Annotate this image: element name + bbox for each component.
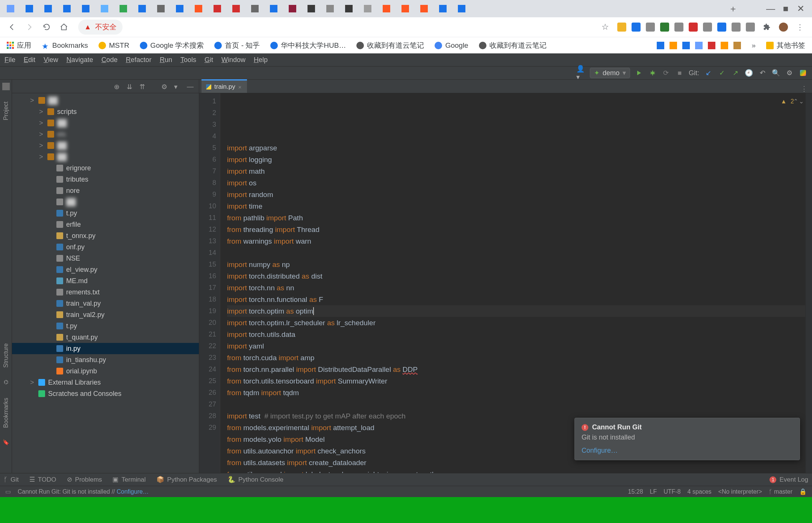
tree-node[interactable]: >External Libraries — [12, 377, 199, 388]
extension-icon[interactable] — [674, 23, 683, 32]
status-icon[interactable]: ▭ — [5, 488, 11, 495]
panel-hide-icon[interactable]: — — [187, 83, 194, 90]
bookmark-icon[interactable] — [695, 42, 703, 49]
star-icon[interactable]: ☆ — [600, 22, 611, 32]
bookmark-icon[interactable] — [682, 42, 690, 49]
tree-node[interactable]: NSE — [12, 253, 199, 264]
tree-node[interactable]: >██ — [12, 95, 199, 106]
tree-node[interactable]: Scratches and Consoles — [12, 388, 199, 399]
bookmark-item[interactable]: ★Bookmarks — [42, 41, 88, 50]
forward-button[interactable] — [24, 22, 35, 32]
line-gutter[interactable]: 1234567891011121314151617181920212223242… — [199, 93, 220, 473]
browser-tab[interactable] — [138, 5, 146, 12]
tree-node[interactable]: erfile — [12, 219, 199, 230]
home-button[interactable] — [59, 22, 69, 32]
extension-icon[interactable] — [617, 23, 626, 32]
ide-plugins-button[interactable] — [798, 68, 807, 77]
menu-edit[interactable]: Edit — [24, 56, 35, 64]
structure-tool-button[interactable]: Structure — [3, 343, 9, 368]
browser-tab[interactable] — [195, 5, 202, 12]
notification-configure-link[interactable]: Configure… — [582, 447, 793, 455]
browser-tab[interactable] — [157, 5, 165, 12]
browser-tab[interactable] — [7, 5, 14, 12]
bookmark-item[interactable]: Google 学术搜索 — [140, 41, 204, 50]
inspection-nav[interactable]: ⌃⌄ — [793, 96, 804, 107]
browser-tab[interactable] — [289, 5, 296, 12]
expand-all-icon[interactable]: ⇊ — [127, 83, 134, 90]
bookmark-icon[interactable] — [708, 42, 715, 49]
bookmark-item[interactable]: 收藏到有道云笔记 — [479, 41, 547, 50]
menu-navigate[interactable]: Navigate — [67, 56, 93, 64]
tool-tab-python-console[interactable]: 🐍Python Console — [227, 476, 283, 484]
tree-node[interactable]: rements.txt — [12, 287, 199, 298]
close-window-button[interactable]: ✕ — [793, 1, 808, 16]
browser-tab[interactable] — [63, 5, 71, 12]
git-pull-button[interactable]: ↙ — [704, 68, 713, 77]
extension-icon[interactable] — [646, 23, 655, 32]
tool-tab-terminal[interactable]: ▣Terminal — [112, 476, 145, 484]
browser-tab[interactable] — [458, 5, 465, 12]
bookmarks-tool-button[interactable]: Bookmarks — [3, 398, 9, 428]
menu-file[interactable]: File — [5, 56, 15, 64]
tree-node[interactable]: t_onnx.py — [12, 230, 199, 241]
other-bookmarks[interactable]: 其他书签 — [766, 41, 805, 50]
apps-button[interactable]: 应用 — [7, 41, 31, 50]
browser-tab[interactable] — [232, 5, 240, 12]
profile-icon[interactable] — [779, 23, 788, 32]
line-separator[interactable]: LF — [650, 488, 657, 495]
stop-button[interactable]: ■ — [675, 68, 684, 77]
editor-menu-button[interactable]: ⋮ — [796, 85, 812, 93]
caret-position[interactable]: 15:28 — [628, 488, 643, 495]
interpreter-selector[interactable]: <No interpreter> — [718, 488, 762, 495]
browser-tab[interactable] — [383, 5, 390, 12]
tree-node[interactable]: >els — [12, 129, 199, 140]
browser-tab[interactable] — [364, 5, 371, 12]
git-rollback-button[interactable]: ↶ — [758, 68, 767, 77]
tool-tab-problems[interactable]: ⊘Problems — [67, 476, 102, 484]
browser-tab[interactable] — [308, 5, 315, 12]
tree-node[interactable]: >██ — [12, 140, 199, 151]
browser-tab[interactable] — [401, 5, 409, 12]
extension-icon[interactable] — [632, 23, 641, 32]
reload-button[interactable] — [41, 22, 52, 32]
bookmarks-icon[interactable]: 🔖 — [2, 439, 10, 447]
tree-node[interactable]: tributes — [12, 174, 199, 185]
git-branch[interactable]: ᚶmaster — [769, 488, 792, 495]
project-icon[interactable] — [2, 83, 10, 90]
code-editor[interactable]: ▲ 2 ⌃⌄ import argparseimport loggingimpo… — [220, 93, 805, 473]
tree-node[interactable]: >scripts — [12, 106, 199, 117]
bookmark-item[interactable]: 华中科技大学HUB… — [270, 41, 346, 50]
browser-tab[interactable] — [44, 5, 52, 12]
browser-tab[interactable] — [101, 5, 108, 12]
bookmark-item[interactable]: 首页 - 知乎 — [214, 41, 260, 50]
tree-node[interactable]: t.py — [12, 320, 199, 332]
browser-tab[interactable] — [345, 5, 353, 12]
menu-view[interactable]: View — [44, 56, 58, 64]
bookmark-item[interactable]: Google — [435, 41, 468, 50]
error-stripe[interactable] — [805, 93, 812, 473]
menu-window[interactable]: Window — [221, 56, 245, 64]
search-everywhere-button[interactable]: 🔍 — [771, 68, 780, 77]
extension-icon[interactable] — [732, 23, 741, 32]
panel-menu-icon[interactable]: ▾ — [174, 83, 182, 90]
tool-tab-todo[interactable]: ☰TODO — [29, 476, 56, 484]
browser-tab[interactable] — [176, 5, 183, 12]
bookmark-item[interactable]: MSTR — [98, 41, 129, 50]
browser-tab[interactable] — [82, 5, 89, 12]
tree-node[interactable]: in_tianshu.py — [12, 354, 199, 365]
run-config-selector[interactable]: ✦ demo ▾ — [590, 68, 630, 78]
debug-button[interactable] — [648, 68, 657, 77]
tree-node[interactable]: onf.py — [12, 241, 199, 253]
tree-node[interactable]: erignore — [12, 162, 199, 174]
extension-icon[interactable] — [689, 23, 698, 32]
menu-git[interactable]: Git — [205, 56, 213, 64]
browser-tab[interactable] — [326, 5, 334, 12]
lock-icon[interactable]: 🔒 — [799, 488, 807, 495]
tree-node[interactable]: in.py — [12, 343, 199, 354]
menu-tools[interactable]: Tools — [180, 56, 196, 64]
close-tab-icon[interactable]: × — [238, 84, 242, 90]
project-tool-button[interactable]: Project — [3, 102, 9, 120]
menu-code[interactable]: Code — [102, 56, 118, 64]
locate-icon[interactable]: ⊕ — [114, 83, 121, 90]
menu-help[interactable]: Help — [254, 56, 268, 64]
